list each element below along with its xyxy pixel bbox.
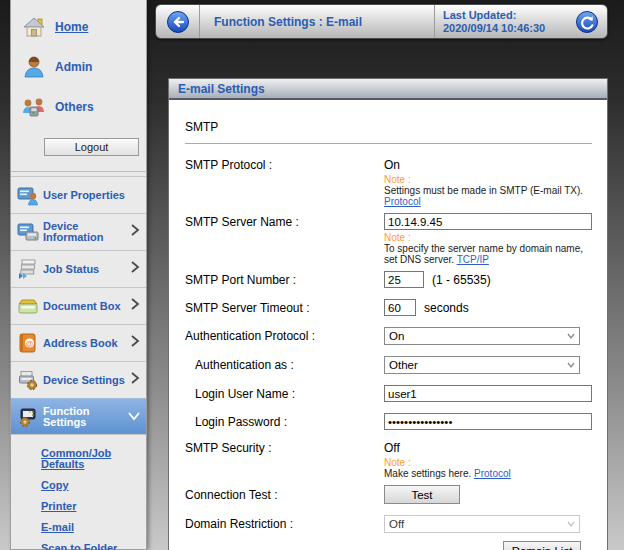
back-button[interactable] [166, 10, 190, 34]
submenu-item-common-job-defaults[interactable]: Common/Job Defaults [41, 448, 142, 470]
field-label: SMTP Security : [185, 441, 384, 455]
last-updated-value: 2020/09/14 10:46:30 [443, 22, 567, 35]
select-chevron-icon [563, 357, 579, 373]
tcpip-link[interactable]: TCP/IP [457, 254, 489, 265]
login-user-input[interactable] [384, 385, 592, 402]
smtp-security-value: Off [384, 441, 400, 455]
smtp-form: SMTP Protocol : On Note : Settings must … [185, 158, 592, 550]
field-label: SMTP Protocol : [185, 158, 384, 172]
note-title: Note : [384, 457, 592, 468]
sidebar-menu: User Properties Device Information [11, 176, 146, 435]
sidebar-item-admin[interactable]: Admin [11, 50, 146, 84]
domain-list-button[interactable]: Domain List [503, 541, 581, 550]
protocol-link[interactable]: Protocol [384, 196, 421, 207]
panel-header: E-mail Settings [169, 79, 607, 100]
select-chevron-icon [563, 516, 579, 532]
sidebar-item-home-label: Home [55, 20, 88, 34]
sidebar-item-job-status[interactable]: Job Status [11, 250, 146, 287]
sidebar-item-label: Job Status [43, 264, 129, 275]
job-status-icon [17, 258, 39, 280]
note-smtp-security: Note : Make settings here. Protocol [384, 457, 592, 479]
submenu-item-scan-to-folder[interactable]: Scan to Folder [41, 543, 142, 550]
device-settings-icon [17, 369, 39, 391]
function-settings-icon [17, 406, 39, 428]
field-label: Domain Restriction : [185, 517, 384, 531]
top-bar: Function Settings : E-mail Last Updated:… [155, 4, 608, 39]
test-button[interactable]: Test [384, 485, 460, 504]
select-chevron-icon [563, 328, 579, 344]
submenu-item-printer[interactable]: Printer [41, 501, 142, 512]
auth-protocol-select[interactable]: On [384, 327, 580, 345]
protocol-link[interactable]: Protocol [474, 468, 511, 479]
note-text: Settings must be made in SMTP (E-mail TX… [384, 185, 592, 196]
sidebar-item-label: Device Settings [43, 375, 129, 386]
smtp-timeout-input[interactable] [384, 299, 416, 316]
chevron-right-icon [129, 260, 141, 278]
sidebar-item-others[interactable]: Others [11, 90, 146, 124]
domain-list-row: Domain List [185, 541, 592, 550]
section-divider [185, 143, 592, 144]
chevron-right-icon [129, 223, 141, 241]
user-properties-icon [17, 184, 39, 206]
smtp-protocol-value: On [384, 158, 400, 172]
domain-restriction-select[interactable]: Off [384, 515, 580, 533]
smtp-server-name-input[interactable] [384, 213, 592, 230]
svg-text:@: @ [26, 339, 34, 348]
sidebar-item-others-label: Others [55, 100, 94, 114]
refresh-segment [567, 10, 607, 34]
chevron-right-icon [129, 371, 141, 389]
submenu-item-email[interactable]: E-mail [41, 522, 142, 533]
field-label: SMTP Server Timeout : [185, 301, 384, 315]
timeout-unit: seconds [424, 301, 469, 315]
refresh-button[interactable] [575, 10, 599, 34]
others-users-icon [21, 94, 47, 120]
sidebar-item-label: Address Book [43, 338, 129, 349]
device-information-icon [17, 221, 39, 243]
sidebar-item-address-book[interactable]: @ Address Book [11, 324, 146, 361]
field-auth-protocol: Authentication Protocol : On [185, 327, 592, 345]
port-range-hint: (1 - 65535) [432, 273, 491, 287]
field-label: Login Password : [185, 415, 384, 429]
sidebar-item-document-box[interactable]: Document Box [11, 287, 146, 324]
sidebar-item-device-information[interactable]: Device Information [11, 213, 146, 250]
account-section: Home Admin [11, 0, 146, 172]
field-label: SMTP Server Name : [185, 215, 384, 229]
field-label: Login User Name : [185, 387, 384, 401]
smtp-port-input[interactable] [384, 271, 424, 288]
login-password-input[interactable] [384, 413, 592, 430]
auth-as-select[interactable]: Other [384, 356, 580, 374]
logout-button[interactable]: Logout [44, 138, 139, 156]
field-label: Authentication Protocol : [185, 329, 384, 343]
back-button-segment [156, 5, 200, 38]
field-smtp-security: SMTP Security : Off [185, 441, 592, 455]
chevron-right-icon [129, 297, 141, 315]
field-smtp-protocol: SMTP Protocol : On [185, 158, 592, 172]
submenu-item-copy[interactable]: Copy [41, 480, 142, 491]
note-title: Note : [384, 232, 592, 243]
content-panel: E-mail Settings SMTP SMTP Protocol : On … [168, 78, 608, 550]
sidebar-item-label: Device Information [43, 221, 129, 243]
sidebar-item-admin-label: Admin [55, 60, 92, 74]
panel-body: SMTP SMTP Protocol : On Note : Settings … [169, 100, 607, 550]
chevron-right-icon [129, 334, 141, 352]
sidebar-item-function-settings[interactable]: Function Settings [11, 398, 146, 435]
sidebar-item-device-settings[interactable]: Device Settings [11, 361, 146, 398]
function-settings-submenu: Common/Job Defaults Copy Printer E-mail … [11, 435, 146, 550]
note-title: Note : [384, 174, 592, 185]
note-text: To specify the server name by domain nam… [384, 243, 592, 265]
note-smtp-server: Note : To specify the server name by dom… [384, 232, 592, 265]
admin-user-icon [21, 54, 47, 80]
field-login-password: Login Password : [185, 413, 592, 430]
page-title: Function Settings : E-mail [200, 15, 434, 29]
sidebar-item-user-properties[interactable]: User Properties [11, 176, 146, 213]
field-smtp-port: SMTP Port Number : (1 - 65535) [185, 271, 592, 288]
sidebar: Home Admin [10, 0, 147, 550]
last-updated-label: Last Updated: [443, 9, 567, 22]
last-updated: Last Updated: 2020/09/14 10:46:30 [434, 5, 567, 38]
field-smtp-timeout: SMTP Server Timeout : seconds [185, 299, 592, 316]
field-label: Authentication as : [185, 358, 384, 372]
document-box-icon [17, 295, 39, 317]
field-login-user: Login User Name : [185, 385, 592, 402]
address-book-icon: @ [17, 332, 39, 354]
sidebar-item-home[interactable]: Home [11, 10, 146, 44]
